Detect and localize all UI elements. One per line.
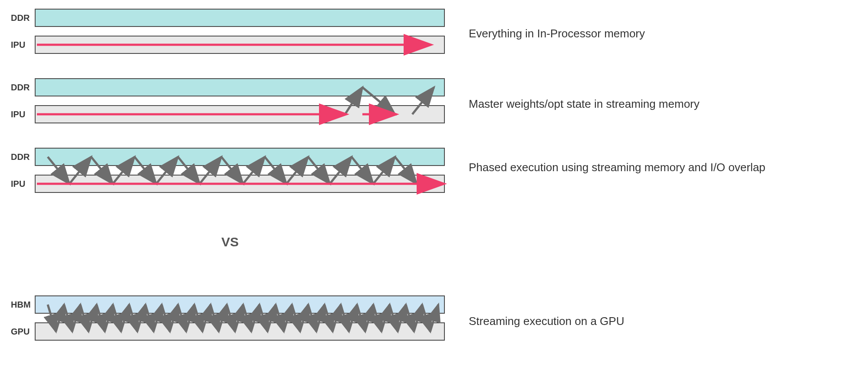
caption-1: Everything in In-Processor memory (469, 26, 851, 41)
ipu-row: IPU (11, 36, 445, 54)
caption-4: Streaming execution on a GPU (469, 314, 851, 329)
vs-label: VS (221, 235, 239, 249)
caption-3: Phased execution using streaming memory … (469, 160, 851, 175)
ipu-bar (35, 105, 445, 123)
ddr-bar (35, 78, 445, 96)
hbm-row: HBM (11, 295, 445, 314)
lane-label-ddr: DDR (11, 83, 35, 93)
lane-label-ipu: IPU (11, 40, 35, 50)
memory-block-1: DDR IPU (11, 9, 445, 54)
lane-label-ipu: IPU (11, 109, 35, 119)
ddr-row: DDR (11, 148, 445, 166)
gpu-row: GPU (11, 322, 445, 341)
hbm-bar (35, 295, 445, 314)
ipu-row: IPU (11, 175, 445, 193)
ipu-row: IPU (11, 105, 445, 123)
memory-block-3: DDR IPU (11, 148, 445, 193)
ddr-row: DDR (11, 9, 445, 27)
lane-label-ddr: DDR (11, 13, 35, 23)
ipu-bar (35, 175, 445, 193)
lane-label-gpu: GPU (11, 327, 35, 337)
lane-label-hbm: HBM (11, 300, 35, 310)
ddr-bar (35, 9, 445, 27)
lane-label-ipu: IPU (11, 179, 35, 189)
gpu-bar (35, 322, 445, 341)
ipu-bar (35, 36, 445, 54)
ddr-row: DDR (11, 78, 445, 96)
memory-block-4: HBM GPU (11, 295, 445, 341)
ddr-bar (35, 148, 445, 166)
memory-block-2: DDR IPU (11, 78, 445, 123)
lane-label-ddr: DDR (11, 152, 35, 162)
caption-2: Master weights/opt state in streaming me… (469, 96, 851, 112)
